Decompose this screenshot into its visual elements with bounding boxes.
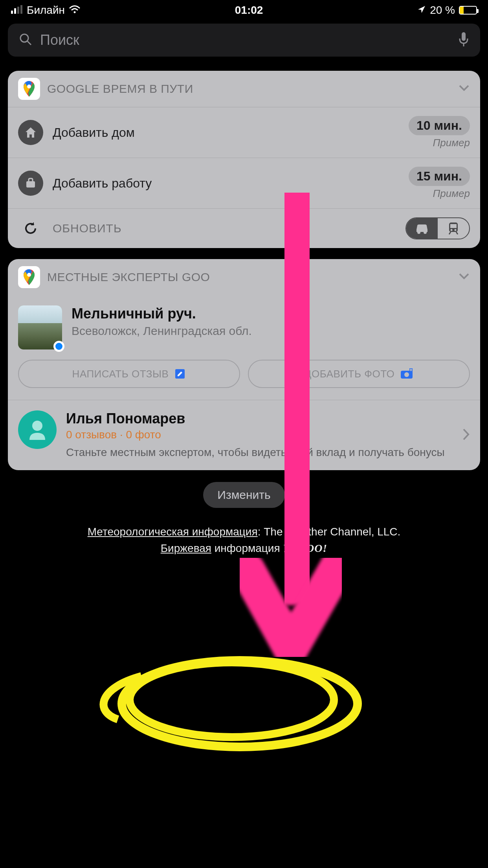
add-work-row[interactable]: Добавить работу 15 мин. Пример bbox=[8, 158, 480, 208]
search-bar[interactable] bbox=[8, 24, 480, 57]
profile-description: Станьте местным экспертом, чтобы видеть … bbox=[66, 445, 453, 460]
mic-icon[interactable] bbox=[458, 31, 469, 49]
svg-point-17 bbox=[27, 273, 31, 277]
profile-name: Илья Пономарев bbox=[66, 410, 453, 427]
location-icon bbox=[417, 4, 426, 17]
svg-rect-14 bbox=[450, 224, 457, 228]
wifi-icon bbox=[69, 4, 81, 17]
transit-toggle[interactable] bbox=[438, 218, 469, 239]
commute-widget: GOOGLE ВРЕМЯ В ПУТИ Добавить дом 10 мин.… bbox=[8, 71, 480, 248]
weather-tail: : The Weather Channel, LLC. bbox=[258, 526, 401, 538]
search-input[interactable] bbox=[40, 32, 450, 48]
add-home-row[interactable]: Добавить дом 10 мин. Пример bbox=[8, 107, 480, 158]
footer: Метеорологическая информация: The Weathe… bbox=[0, 524, 488, 557]
commute-title: GOOGLE ВРЕМЯ В ПУТИ bbox=[47, 82, 451, 96]
status-bar: Билайн 01:02 20 % bbox=[0, 0, 488, 19]
search-icon bbox=[19, 33, 32, 48]
yahoo-logo: YAHOO! bbox=[283, 542, 327, 554]
svg-rect-2 bbox=[17, 7, 19, 14]
location-dot-icon bbox=[53, 341, 64, 352]
google-maps-icon bbox=[18, 78, 40, 100]
place-subtitle: Всеволожск, Ленинградская обл. bbox=[72, 324, 252, 338]
write-review-label: НАПИСАТЬ ОТЗЫВ bbox=[72, 368, 169, 380]
car-toggle[interactable] bbox=[406, 218, 438, 239]
chevron-down-icon bbox=[458, 84, 470, 94]
weather-link[interactable]: Метеорологическая информация bbox=[88, 526, 258, 538]
carrier-label: Билайн bbox=[27, 4, 65, 17]
work-time-pill: 15 мин. bbox=[409, 167, 470, 186]
battery-pct: 20 % bbox=[430, 4, 455, 17]
widget-header-experts[interactable]: МЕСТНЫЕ ЭКСПЕРТЫ GOO bbox=[8, 259, 480, 295]
chevron-down-icon bbox=[458, 272, 470, 282]
svg-point-9 bbox=[27, 85, 31, 88]
add-home-label: Добавить дом bbox=[53, 125, 399, 140]
svg-line-6 bbox=[28, 41, 31, 45]
add-photo-button[interactable]: ДОБАВИТЬ ФОТО bbox=[248, 360, 470, 388]
svg-point-22 bbox=[32, 421, 42, 431]
svg-point-11 bbox=[417, 231, 420, 234]
profile-row[interactable]: Илья Пономарев 0 отзывов · 0 фото Станьт… bbox=[8, 400, 480, 470]
experts-title: МЕСТНЫЕ ЭКСПЕРТЫ GOO bbox=[47, 270, 451, 284]
svg-point-4 bbox=[74, 11, 76, 13]
chevron-right-icon bbox=[462, 428, 470, 443]
local-experts-widget: МЕСТНЫЕ ЭКСПЕРТЫ GOO Мельничный руч. Все… bbox=[8, 259, 480, 470]
svg-point-24 bbox=[130, 662, 334, 737]
svg-point-20 bbox=[404, 372, 409, 377]
svg-point-12 bbox=[424, 231, 427, 234]
work-example: Пример bbox=[409, 188, 470, 200]
svg-rect-0 bbox=[11, 11, 13, 14]
svg-point-15 bbox=[451, 229, 453, 231]
edit-widgets-button[interactable]: Изменить bbox=[203, 482, 284, 508]
home-example: Пример bbox=[409, 137, 470, 149]
home-time-pill: 10 мин. bbox=[409, 116, 470, 135]
svg-rect-10 bbox=[26, 181, 35, 188]
transport-segmented[interactable] bbox=[405, 217, 470, 239]
home-icon bbox=[18, 120, 43, 145]
edit-icon bbox=[174, 368, 186, 380]
profile-stats: 0 отзывов · 0 фото bbox=[66, 428, 453, 441]
add-photo-label: ДОБАВИТЬ ФОТО bbox=[305, 368, 394, 380]
svg-rect-1 bbox=[14, 8, 16, 14]
refresh-label[interactable]: ОБНОВИТЬ bbox=[53, 222, 396, 235]
refresh-row: ОБНОВИТЬ bbox=[8, 208, 480, 248]
stock-link[interactable]: Биржевая bbox=[161, 542, 211, 554]
google-maps-icon bbox=[18, 266, 40, 288]
place-row[interactable]: Мельничный руч. Всеволожск, Ленинградска… bbox=[8, 295, 480, 360]
svg-rect-7 bbox=[462, 32, 466, 41]
add-work-label: Добавить работу bbox=[53, 176, 399, 191]
annotation-circle bbox=[94, 645, 377, 763]
signal-icon bbox=[11, 4, 23, 17]
camera-icon bbox=[400, 368, 413, 379]
place-thumbnail bbox=[18, 305, 62, 349]
avatar bbox=[18, 410, 57, 449]
svg-point-16 bbox=[455, 229, 457, 231]
widget-header-commute[interactable]: GOOGLE ВРЕМЯ В ПУТИ bbox=[8, 71, 480, 107]
stock-tail: информация bbox=[211, 542, 283, 554]
clock: 01:02 bbox=[235, 4, 263, 17]
place-title: Мельничный руч. bbox=[72, 305, 252, 322]
svg-rect-3 bbox=[20, 5, 22, 14]
svg-point-23 bbox=[122, 660, 358, 747]
work-icon bbox=[18, 171, 43, 196]
svg-point-5 bbox=[20, 34, 28, 42]
battery-icon bbox=[459, 6, 477, 15]
write-review-button[interactable]: НАПИСАТЬ ОТЗЫВ bbox=[18, 360, 240, 388]
refresh-icon[interactable] bbox=[18, 221, 43, 236]
